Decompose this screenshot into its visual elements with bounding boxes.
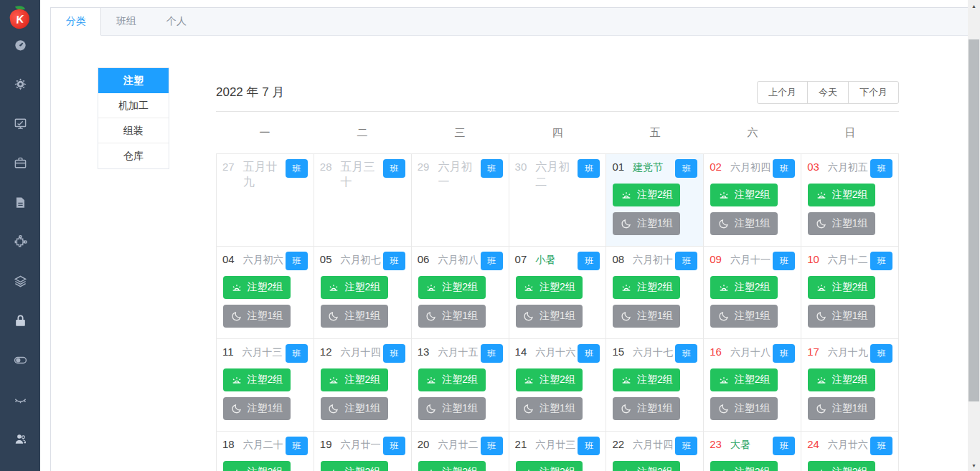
category-item-machining[interactable]: 机加工 xyxy=(98,93,169,118)
shift-badge[interactable]: 班 xyxy=(675,252,697,270)
calendar-day-cell[interactable]: 14 六月十六 班 注塑2组 注塑1组 xyxy=(509,339,607,432)
category-item-assembly[interactable]: 组装 xyxy=(98,118,169,143)
night-shift-button[interactable]: 注塑1组 xyxy=(808,212,875,235)
shift-badge[interactable]: 班 xyxy=(383,252,405,270)
day-shift-button[interactable]: 注塑2组 xyxy=(418,276,486,299)
night-shift-button[interactable]: 注塑1组 xyxy=(710,305,778,328)
calendar-day-cell[interactable]: 01 建党节 班 注塑2组 注塑1组 xyxy=(606,154,704,247)
shift-badge[interactable]: 班 xyxy=(383,159,405,178)
day-shift-button[interactable]: 注塑2组 xyxy=(321,276,388,299)
calendar-day-cell[interactable]: 22 六月廿四 班 注塑2组 注塑1组 xyxy=(606,432,704,471)
day-shift-button[interactable]: 注塑2组 xyxy=(223,368,291,391)
calendar-day-cell[interactable]: 13 六月十五 班 注塑2组 注塑1组 xyxy=(412,339,509,432)
shift-badge[interactable]: 班 xyxy=(286,344,308,363)
chart-board-icon[interactable] xyxy=(13,116,27,130)
day-shift-button[interactable]: 注塑2组 xyxy=(808,461,875,471)
calendar-day-cell[interactable]: 12 六月十四 班 注塑2组 注塑1组 xyxy=(314,339,412,432)
shift-badge[interactable]: 班 xyxy=(675,159,697,178)
calendar-day-cell[interactable]: 08 六月初十 班 注塑2组 注塑1组 xyxy=(606,247,704,339)
day-shift-button[interactable]: 注塑2组 xyxy=(710,276,778,299)
dashboard-icon[interactable] xyxy=(13,37,27,52)
shift-badge[interactable]: 班 xyxy=(286,437,308,455)
night-shift-button[interactable]: 注塑1组 xyxy=(710,212,778,235)
prev-month-button[interactable]: 上个月 xyxy=(757,81,808,104)
calendar-day-cell[interactable]: 28 五月三十 班 xyxy=(314,154,412,247)
today-button[interactable]: 今天 xyxy=(807,81,849,104)
day-shift-button[interactable]: 注塑2组 xyxy=(710,461,778,471)
calendar-day-cell[interactable]: 29 六月初一 班 xyxy=(412,154,509,247)
shift-badge[interactable]: 班 xyxy=(870,159,892,178)
calendar-day-cell[interactable]: 09 六月十一 班 注塑2组 注塑1组 xyxy=(704,247,801,339)
calendar-day-cell[interactable]: 17 六月十九 班 注塑2组 注塑1组 xyxy=(801,339,899,432)
day-shift-button[interactable]: 注塑2组 xyxy=(613,461,680,471)
scrollbar-thumb[interactable] xyxy=(969,39,979,401)
eye-closed-icon[interactable] xyxy=(13,392,27,406)
briefcase-icon[interactable] xyxy=(13,156,27,170)
shift-badge[interactable]: 班 xyxy=(481,437,503,455)
day-shift-button[interactable]: 注塑2组 xyxy=(613,368,680,391)
shift-badge[interactable]: 班 xyxy=(286,159,308,178)
toggle-icon[interactable] xyxy=(13,353,27,367)
users-icon[interactable] xyxy=(13,432,27,446)
shift-badge[interactable]: 班 xyxy=(383,437,405,455)
calendar-day-cell[interactable]: 11 六月十三 班 注塑2组 注塑1组 xyxy=(217,339,314,432)
night-shift-button[interactable]: 注塑1组 xyxy=(710,397,778,420)
calendar-day-cell[interactable]: 04 六月初六 班 注塑2组 注塑1组 xyxy=(217,247,314,339)
tab-category[interactable]: 分类 xyxy=(51,8,101,36)
document-icon[interactable] xyxy=(13,195,27,209)
shift-badge[interactable]: 班 xyxy=(481,252,503,270)
day-shift-button[interactable]: 注塑2组 xyxy=(516,461,583,471)
calendar-day-cell[interactable]: 20 六月廿二 班 注塑2组 注塑1组 xyxy=(412,432,509,471)
day-shift-button[interactable]: 注塑2组 xyxy=(321,461,388,471)
night-shift-button[interactable]: 注塑1组 xyxy=(418,397,486,420)
shift-badge[interactable]: 班 xyxy=(578,159,600,178)
app-logo[interactable]: K xyxy=(7,4,33,20)
shift-badge[interactable]: 班 xyxy=(773,344,795,363)
day-shift-button[interactable]: 注塑2组 xyxy=(808,368,875,391)
shift-badge[interactable]: 班 xyxy=(773,159,795,178)
shift-badge[interactable]: 班 xyxy=(578,344,600,363)
day-shift-button[interactable]: 注塑2组 xyxy=(418,461,486,471)
day-shift-button[interactable]: 注塑2组 xyxy=(710,368,778,391)
shift-badge[interactable]: 班 xyxy=(481,344,503,363)
day-shift-button[interactable]: 注塑2组 xyxy=(613,184,680,206)
calendar-day-cell[interactable]: 24 六月廿六 班 注塑2组 注塑1组 xyxy=(801,432,899,471)
night-shift-button[interactable]: 注塑1组 xyxy=(516,397,583,420)
gear-icon[interactable] xyxy=(13,77,27,91)
category-item-warehouse[interactable]: 仓库 xyxy=(98,143,169,168)
day-shift-button[interactable]: 注塑2组 xyxy=(223,461,291,471)
shift-badge[interactable]: 班 xyxy=(870,252,892,270)
night-shift-button[interactable]: 注塑1组 xyxy=(321,397,388,420)
shift-badge[interactable]: 班 xyxy=(675,437,697,455)
calendar-day-cell[interactable]: 16 六月十八 班 注塑2组 注塑1组 xyxy=(704,339,801,432)
calendar-day-cell[interactable]: 19 六月廿一 班 注塑2组 注塑1组 xyxy=(314,432,412,471)
calendar-day-cell[interactable]: 21 六月廿三 班 注塑2组 注塑1组 xyxy=(509,432,607,471)
shift-badge[interactable]: 班 xyxy=(286,252,308,270)
shift-badge[interactable]: 班 xyxy=(481,159,503,178)
tab-team[interactable]: 班组 xyxy=(101,8,151,35)
night-shift-button[interactable]: 注塑1组 xyxy=(321,305,388,328)
night-shift-button[interactable]: 注塑1组 xyxy=(613,305,680,328)
day-shift-button[interactable]: 注塑2组 xyxy=(516,368,583,391)
calendar-day-cell[interactable]: 10 六月十二 班 注塑2组 注塑1组 xyxy=(801,247,899,339)
night-shift-button[interactable]: 注塑1组 xyxy=(808,397,875,420)
scroll-up-icon[interactable]: ▲ xyxy=(968,0,980,11)
calendar-day-cell[interactable]: 07 小暑 班 注塑2组 注塑1组 xyxy=(509,247,607,339)
night-shift-button[interactable]: 注塑1组 xyxy=(613,212,680,235)
night-shift-button[interactable]: 注塑1组 xyxy=(418,305,486,328)
layers-icon[interactable] xyxy=(13,274,27,288)
shift-badge[interactable]: 班 xyxy=(870,437,892,455)
night-shift-button[interactable]: 注塑1组 xyxy=(613,397,680,420)
shift-badge[interactable]: 班 xyxy=(383,344,405,363)
vertical-scrollbar[interactable]: ▲ ▼ xyxy=(968,0,980,471)
day-shift-button[interactable]: 注塑2组 xyxy=(223,276,291,299)
scroll-down-icon[interactable]: ▼ xyxy=(968,460,980,471)
calendar-day-cell[interactable]: 02 六月初四 班 注塑2组 注塑1组 xyxy=(704,154,801,247)
night-shift-button[interactable]: 注塑1组 xyxy=(808,305,875,328)
lock-icon[interactable] xyxy=(13,313,27,328)
calendar-day-cell[interactable]: 15 六月十七 班 注塑2组 注塑1组 xyxy=(606,339,704,432)
tab-personal[interactable]: 个人 xyxy=(151,8,202,35)
shift-badge[interactable]: 班 xyxy=(773,252,795,270)
shift-badge[interactable]: 班 xyxy=(578,252,600,270)
calendar-day-cell[interactable]: 03 六月初五 班 注塑2组 注塑1组 xyxy=(801,154,899,247)
